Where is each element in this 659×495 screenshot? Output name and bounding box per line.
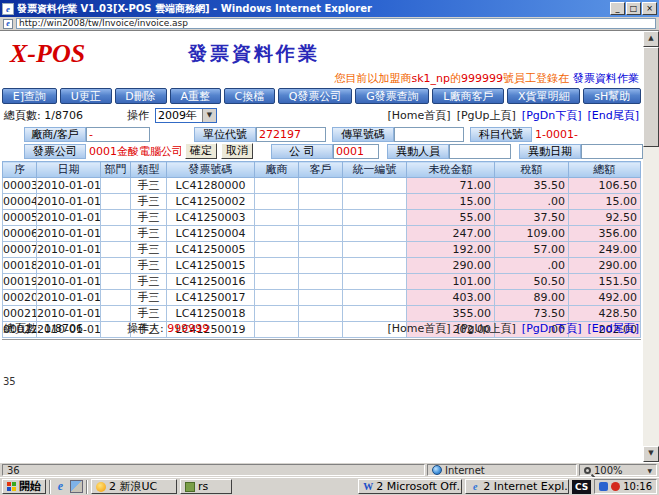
table-row[interactable]: 000072010-01-01手三LC41250005192.0057.0024… bbox=[3, 242, 641, 258]
column-header: 日期 bbox=[37, 162, 101, 178]
toolbar-button[interactable]: C換檔 bbox=[224, 88, 275, 104]
table-cell bbox=[299, 194, 343, 210]
table-cell: 2010-01-01 bbox=[37, 226, 101, 242]
taskbar: 開始 e 2 新浪UC rs W 2 Microsoft Off... e 2 … bbox=[0, 477, 659, 495]
toolbar-button[interactable]: G發票查詢 bbox=[355, 88, 429, 104]
filter-row-2: 發票公司 0001金酸電腦公司 確定 取消 公 司 異動人員 異動日期 bbox=[0, 143, 643, 159]
vertical-scrollbar[interactable]: ▲ ▼ bbox=[643, 31, 659, 462]
table-cell: 2010-01-01 bbox=[37, 290, 101, 306]
table-row[interactable]: 000052010-01-01手三LC4125000355.0037.5092.… bbox=[3, 210, 641, 226]
login-page-link[interactable]: 發票資料作業 bbox=[573, 72, 639, 85]
table-cell: LC41280000 bbox=[167, 178, 255, 194]
toolbar-button[interactable]: U更正 bbox=[60, 88, 112, 104]
table-cell: 73.50 bbox=[495, 306, 569, 322]
toolbar-button[interactable]: E]查詢 bbox=[2, 88, 57, 104]
scroll-up-button[interactable]: ▲ bbox=[643, 31, 659, 47]
task-label: 2 新浪UC bbox=[109, 479, 157, 494]
table-cell bbox=[343, 226, 407, 242]
invoice-table-header-row: 序日期部門類型發票號碼廠商客戶統一編號未稅金額稅額總額 bbox=[3, 162, 641, 178]
magnifier-icon bbox=[584, 467, 591, 474]
start-button[interactable]: 開始 bbox=[2, 479, 46, 494]
unit-code-input[interactable] bbox=[256, 127, 326, 142]
table-cell bbox=[299, 226, 343, 242]
zoom-level: 100% bbox=[594, 465, 623, 476]
quicklaunch-ie-icon[interactable]: e bbox=[54, 480, 67, 493]
operator-label: 操作人: bbox=[127, 321, 164, 336]
tray-icon-1[interactable] bbox=[599, 482, 608, 491]
quicklaunch-desktop-icon[interactable] bbox=[70, 480, 83, 493]
table-cell bbox=[255, 226, 299, 242]
task-rs[interactable]: rs bbox=[180, 479, 232, 494]
total-pages-label-bottom: 總頁數: bbox=[4, 321, 41, 336]
nav-end[interactable]: [End尾頁] bbox=[588, 108, 640, 123]
toolbar-button[interactable]: sH幫助 bbox=[583, 88, 641, 104]
table-cell: 手三 bbox=[131, 242, 167, 258]
login-suffix: 號員工登錄在 bbox=[503, 72, 569, 85]
table-cell: 手三 bbox=[131, 258, 167, 274]
nav-home[interactable]: [Home首頁] bbox=[388, 108, 451, 123]
task-microsoft-office[interactable]: W 2 Microsoft Off... bbox=[358, 479, 462, 494]
rs-icon bbox=[185, 482, 195, 492]
column-header: 廠商 bbox=[255, 162, 299, 178]
table-cell bbox=[343, 194, 407, 210]
toolbar-button[interactable]: L廠商客戶 bbox=[432, 88, 504, 104]
vendor-input[interactable] bbox=[86, 127, 150, 142]
modifier-input[interactable] bbox=[449, 144, 511, 159]
close-button[interactable]: × bbox=[642, 2, 657, 15]
task-internet-explorer[interactable]: e 2 Internet Expl... bbox=[465, 479, 569, 494]
table-cell: LC41250005 bbox=[167, 242, 255, 258]
tray-icon-2[interactable] bbox=[611, 482, 620, 491]
taskbar-divider bbox=[49, 480, 51, 494]
scroll-thumb[interactable] bbox=[643, 47, 659, 147]
toolbar-button[interactable]: Q發票公司 bbox=[278, 88, 352, 104]
nav-pgup[interactable]: [PgUp上頁] bbox=[457, 108, 516, 123]
login-prefix: 您目前以加盟商 bbox=[334, 72, 411, 85]
column-header: 部門 bbox=[101, 162, 131, 178]
toolbar-button[interactable]: X貨單明細 bbox=[507, 88, 580, 104]
table-cell: LC41250018 bbox=[167, 306, 255, 322]
maximize-button[interactable]: □ bbox=[626, 2, 641, 15]
table-cell: 89.00 bbox=[495, 290, 569, 306]
table-cell: 00018 bbox=[3, 258, 37, 274]
table-cell: 151.50 bbox=[569, 274, 641, 290]
security-zone-label: Internet bbox=[445, 465, 485, 476]
confirm-button[interactable]: 確定 bbox=[185, 143, 217, 159]
cancel-button[interactable]: 取消 bbox=[221, 143, 253, 159]
status-main-panel: 36 bbox=[2, 464, 425, 476]
table-cell bbox=[343, 306, 407, 322]
zoom-control[interactable]: 100% ▼ bbox=[579, 464, 657, 476]
task-sina-uc[interactable]: 2 新浪UC bbox=[91, 479, 177, 494]
table-cell bbox=[101, 242, 131, 258]
toolbar-button[interactable]: D刪除 bbox=[115, 88, 167, 104]
column-header: 未稅金額 bbox=[407, 162, 495, 178]
nav-pgdn[interactable]: [PgDn下頁] bbox=[522, 108, 582, 123]
nav-pgup-bottom[interactable]: [PgUp上頁] bbox=[457, 321, 516, 336]
table-row[interactable]: 000042010-01-01手三LC4125000215.00.0015.00 bbox=[3, 194, 641, 210]
address-input[interactable]: http://win2008/tw/Invoice/invoice.asp bbox=[16, 18, 656, 29]
table-row[interactable]: 000182010-01-01手三LC41250015290.00.00290.… bbox=[3, 258, 641, 274]
table-row[interactable]: 000212010-01-01手三LC41250018355.0073.5042… bbox=[3, 306, 641, 322]
nav-pgdn-bottom[interactable]: [PgDn下頁] bbox=[522, 321, 582, 336]
total-pages-label: 總頁數: bbox=[4, 108, 41, 123]
scroll-down-button[interactable]: ▼ bbox=[643, 446, 659, 462]
table-cell: 00021 bbox=[3, 306, 37, 322]
modify-date-input[interactable] bbox=[581, 144, 643, 159]
slip-number-input[interactable] bbox=[394, 127, 464, 142]
total-pages-value-bottom: 1/8706 bbox=[44, 322, 83, 335]
table-row[interactable]: 000032010-01-01手三LC4128000071.0035.50106… bbox=[3, 178, 641, 194]
company-input[interactable] bbox=[333, 144, 379, 159]
minimize-button[interactable]: _ bbox=[610, 2, 625, 15]
table-cell: 2010-01-01 bbox=[37, 210, 101, 226]
ime-indicator[interactable]: CS bbox=[572, 480, 591, 494]
column-header: 稅額 bbox=[495, 162, 569, 178]
table-row[interactable]: 000062010-01-01手三LC41250004247.00109.003… bbox=[3, 226, 641, 242]
year-select[interactable]: 2009年 ▼ bbox=[155, 108, 217, 123]
nav-end-bottom[interactable]: [End尾頁] bbox=[588, 321, 640, 336]
toolbar-button[interactable]: A重整 bbox=[170, 88, 221, 104]
table-row[interactable]: 000192010-01-01手三LC41250016101.0050.5015… bbox=[3, 274, 641, 290]
table-cell: 手三 bbox=[131, 194, 167, 210]
nav-home-bottom[interactable]: [Home首頁] bbox=[388, 321, 451, 336]
table-row[interactable]: 000202010-01-01手三LC41250017403.0089.0049… bbox=[3, 290, 641, 306]
globe-icon bbox=[432, 465, 442, 475]
table-cell: 2010-01-01 bbox=[37, 306, 101, 322]
